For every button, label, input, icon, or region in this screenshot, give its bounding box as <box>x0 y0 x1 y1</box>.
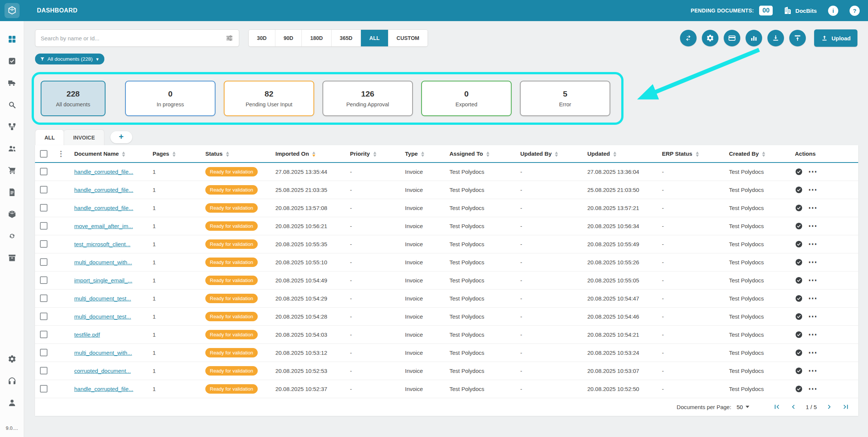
sort-icon[interactable] <box>173 152 176 157</box>
search-input[interactable] <box>41 35 225 41</box>
next-page-icon[interactable] <box>825 403 833 411</box>
validate-action-icon[interactable] <box>795 349 803 357</box>
tab-invoice[interactable]: INVOICE <box>64 129 104 145</box>
validate-action-icon[interactable] <box>795 294 803 302</box>
document-name-link[interactable]: import_single_email_... <box>74 277 132 284</box>
row-menu-icon[interactable]: ⋯ <box>808 351 817 354</box>
document-name-link[interactable]: move_email_after_im... <box>74 223 133 229</box>
select-all-checkbox[interactable] <box>40 150 47 158</box>
help-icon[interactable]: ? <box>850 6 860 16</box>
sort-icon[interactable] <box>312 152 315 157</box>
stat-card-all-documents[interactable]: 228All documents <box>41 81 105 116</box>
document-name-link[interactable]: corrupted_document... <box>74 368 131 374</box>
analytics-button[interactable] <box>746 30 762 46</box>
row-checkbox[interactable] <box>40 258 47 266</box>
stat-card-error[interactable]: 5Error <box>520 81 610 116</box>
col-header-priority[interactable]: Priority <box>345 145 400 163</box>
archive-button[interactable] <box>789 30 806 46</box>
sidebar-item-invoices[interactable] <box>8 188 17 197</box>
sidebar-item-packages[interactable] <box>8 210 17 219</box>
validate-action-icon[interactable] <box>795 276 803 284</box>
export-button[interactable] <box>767 30 784 46</box>
row-checkbox[interactable] <box>40 222 47 230</box>
sort-icon[interactable] <box>373 152 376 157</box>
stat-card-in-progress[interactable]: 0In progress <box>125 81 215 116</box>
info-icon[interactable]: i <box>828 6 838 16</box>
time-filter-90d[interactable]: 90D <box>275 30 302 46</box>
time-filter-30d[interactable]: 30D <box>249 30 275 46</box>
col-header-imported[interactable]: Imported On <box>271 145 345 163</box>
row-checkbox[interactable] <box>40 313 47 320</box>
row-checkbox[interactable] <box>40 385 47 393</box>
col-header-pages[interactable]: Pages <box>148 145 201 163</box>
validate-action-icon[interactable] <box>795 258 803 266</box>
validate-action-icon[interactable] <box>795 168 803 176</box>
row-menu-icon[interactable]: ⋯ <box>808 387 817 391</box>
sidebar-item-users[interactable] <box>8 144 17 153</box>
col-header-type[interactable]: Type <box>400 145 445 163</box>
col-header-updated[interactable]: Updated <box>583 145 657 163</box>
time-filter-all[interactable]: ALL <box>361 30 388 46</box>
row-checkbox[interactable] <box>40 294 47 302</box>
row-menu-icon[interactable]: ⋯ <box>808 369 817 373</box>
last-page-icon[interactable] <box>842 403 850 411</box>
validate-action-icon[interactable] <box>795 204 803 212</box>
row-menu-icon[interactable]: ⋯ <box>808 296 817 300</box>
sidebar-item-shipping[interactable] <box>8 78 17 87</box>
validate-action-icon[interactable] <box>795 313 803 320</box>
sort-icon[interactable] <box>486 152 489 157</box>
row-checkbox[interactable] <box>40 186 47 193</box>
sidebar-item-tasks[interactable] <box>8 57 17 66</box>
sync-button[interactable] <box>680 30 697 46</box>
time-filter-365d[interactable]: 365D <box>332 30 361 46</box>
upload-button[interactable]: Upload <box>814 29 857 47</box>
row-checkbox[interactable] <box>40 349 47 356</box>
stat-card-exported[interactable]: 0Exported <box>421 81 512 116</box>
document-name-link[interactable]: test_microsoft_client... <box>74 241 130 247</box>
filter-tune-icon[interactable] <box>225 34 234 42</box>
row-menu-icon[interactable]: ⋯ <box>808 314 817 318</box>
validate-action-icon[interactable] <box>795 240 803 248</box>
sort-icon[interactable] <box>226 152 229 157</box>
time-filter-custom[interactable]: CUSTOM <box>388 30 428 46</box>
document-name-link[interactable]: multi_document_test... <box>74 313 131 320</box>
row-menu-icon[interactable]: ⋯ <box>808 206 817 210</box>
validate-action-icon[interactable] <box>795 385 803 393</box>
col-header-name[interactable]: Document Name <box>70 145 148 163</box>
settings-button[interactable] <box>702 30 718 46</box>
previous-page-icon[interactable] <box>789 403 798 411</box>
card-view-button[interactable] <box>724 30 740 46</box>
per-page-value[interactable]: 50 <box>737 404 743 410</box>
validate-action-icon[interactable] <box>795 222 803 230</box>
sort-icon[interactable] <box>122 152 125 157</box>
document-name-link[interactable]: handle_corrupted_file... <box>74 205 133 211</box>
document-name-link[interactable]: multi_document_with... <box>74 259 132 265</box>
stat-card-pending-user-input[interactable]: 82Pending User Input <box>224 81 314 116</box>
row-checkbox[interactable] <box>40 204 47 212</box>
sidebar-item-orders[interactable] <box>8 166 17 175</box>
row-menu-icon[interactable]: ⋯ <box>808 333 817 336</box>
time-filter-180d[interactable]: 180D <box>302 30 331 46</box>
col-header-assigned[interactable]: Assigned To <box>445 145 516 163</box>
sidebar-item-settings[interactable] <box>8 354 17 363</box>
sort-icon[interactable] <box>421 152 424 157</box>
sort-icon[interactable] <box>696 152 699 157</box>
row-menu-icon[interactable]: ⋯ <box>808 188 817 192</box>
row-menu-icon[interactable]: ⋯ <box>808 278 817 282</box>
sort-icon[interactable] <box>555 152 558 157</box>
document-name-link[interactable]: testfile.pdf <box>74 331 100 338</box>
document-name-link[interactable]: multi_document_test... <box>74 295 131 302</box>
row-checkbox[interactable] <box>40 367 47 374</box>
sort-icon[interactable] <box>762 152 765 157</box>
row-checkbox[interactable] <box>40 240 47 248</box>
document-name-link[interactable]: handle_corrupted_file... <box>74 169 133 175</box>
per-page-caret-icon[interactable] <box>746 406 749 408</box>
row-menu-icon[interactable]: ⋯ <box>808 224 817 228</box>
document-name-link[interactable]: handle_corrupted_file... <box>74 187 133 193</box>
stat-card-pending-approval[interactable]: 126Pending Approval <box>322 81 413 116</box>
validate-action-icon[interactable] <box>795 367 803 375</box>
row-checkbox[interactable] <box>40 276 47 284</box>
first-page-icon[interactable] <box>773 403 781 411</box>
row-checkbox[interactable] <box>40 331 47 338</box>
document-name-link[interactable]: handle_corrupted_file... <box>74 386 133 392</box>
